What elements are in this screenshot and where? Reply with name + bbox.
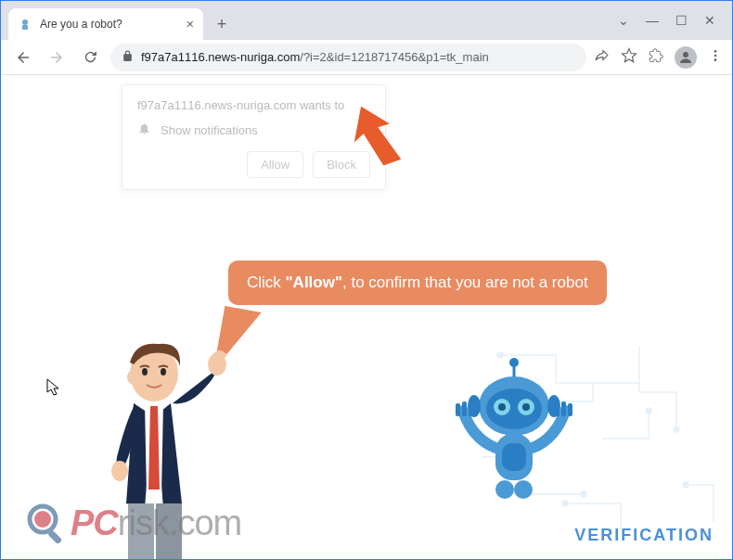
svg-point-14 bbox=[509, 358, 519, 367]
menu-icon[interactable] bbox=[708, 48, 723, 67]
titlebar: Are you a robot? × + ⌄ — ☐ ✕ bbox=[1, 1, 732, 40]
toolbar: f97a7a1116.news-nuriga.com/?i=2&id=12187… bbox=[1, 40, 732, 75]
svg-point-9 bbox=[674, 426, 679, 432]
forward-button bbox=[44, 45, 70, 70]
svg-point-12 bbox=[646, 408, 651, 414]
reload-button[interactable] bbox=[77, 45, 103, 70]
svg-point-18 bbox=[498, 403, 506, 411]
svg-rect-27 bbox=[469, 403, 473, 416]
svg-point-34 bbox=[142, 368, 148, 375]
profile-avatar[interactable] bbox=[675, 46, 697, 69]
svg-point-35 bbox=[161, 368, 166, 375]
svg-rect-29 bbox=[561, 401, 566, 416]
tab-favicon bbox=[18, 17, 32, 32]
svg-point-32 bbox=[514, 480, 533, 499]
new-tab-button[interactable]: + bbox=[209, 11, 235, 37]
svg-rect-1 bbox=[22, 25, 28, 30]
tab-close-icon[interactable]: × bbox=[186, 17, 194, 32]
notification-action-text: Show notifications bbox=[161, 123, 258, 137]
lock-icon bbox=[122, 50, 134, 65]
tab-title: Are you a robot? bbox=[40, 18, 179, 31]
svg-rect-25 bbox=[456, 403, 460, 416]
maximize-icon[interactable]: ☐ bbox=[675, 13, 688, 28]
mouse-cursor-icon bbox=[46, 378, 61, 401]
svg-rect-26 bbox=[462, 401, 467, 416]
svg-point-3 bbox=[714, 50, 717, 53]
speech-bubble: Click "Allow", to confirm that you are n… bbox=[228, 261, 607, 305]
svg-rect-30 bbox=[568, 403, 572, 416]
svg-point-31 bbox=[495, 480, 514, 499]
extensions-icon[interactable] bbox=[649, 48, 663, 67]
svg-point-2 bbox=[683, 52, 688, 57]
address-bar[interactable]: f97a7a1116.news-nuriga.com/?i=2&id=12187… bbox=[110, 44, 586, 71]
minimize-icon[interactable]: — bbox=[646, 13, 659, 28]
svg-point-0 bbox=[22, 19, 28, 25]
svg-point-11 bbox=[683, 482, 688, 488]
watermark: PCrisk.com bbox=[24, 501, 241, 545]
url-text: f97a7a1116.news-nuriga.com/?i=2&id=12187… bbox=[141, 50, 575, 64]
watermark-text: PCrisk.com bbox=[71, 503, 241, 543]
caret-down-icon[interactable]: ⌄ bbox=[618, 13, 629, 28]
svg-point-5 bbox=[714, 58, 717, 61]
svg-rect-28 bbox=[555, 403, 559, 416]
page-viewport: f97a7a1116.news-nuriga.com wants to Show… bbox=[1, 75, 732, 559]
back-button[interactable] bbox=[10, 45, 36, 70]
svg-point-20 bbox=[522, 403, 530, 411]
bookmark-icon[interactable] bbox=[621, 47, 637, 68]
svg-point-4 bbox=[714, 54, 717, 57]
allow-button[interactable]: Allow bbox=[247, 151, 303, 178]
svg-rect-24 bbox=[502, 443, 526, 471]
browser-window: Are you a robot? × + ⌄ — ☐ ✕ f97a7a1116.… bbox=[0, 0, 733, 560]
verification-label: VERIFICATION bbox=[574, 526, 714, 545]
bell-icon bbox=[137, 121, 151, 138]
window-controls: ⌄ — ☐ ✕ bbox=[618, 13, 732, 28]
share-icon[interactable] bbox=[594, 47, 610, 67]
robot-illustration bbox=[444, 355, 584, 513]
close-icon[interactable]: ✕ bbox=[704, 13, 715, 28]
svg-point-36 bbox=[127, 371, 136, 384]
browser-tab[interactable]: Are you a robot? × bbox=[8, 8, 203, 40]
notification-origin-text: f97a7a1116.news-nuriga.com wants to bbox=[137, 98, 370, 112]
svg-point-42 bbox=[34, 511, 51, 528]
svg-point-38 bbox=[111, 461, 128, 481]
magnifier-icon bbox=[24, 501, 69, 545]
pointer-arrow-illustration bbox=[344, 103, 409, 177]
